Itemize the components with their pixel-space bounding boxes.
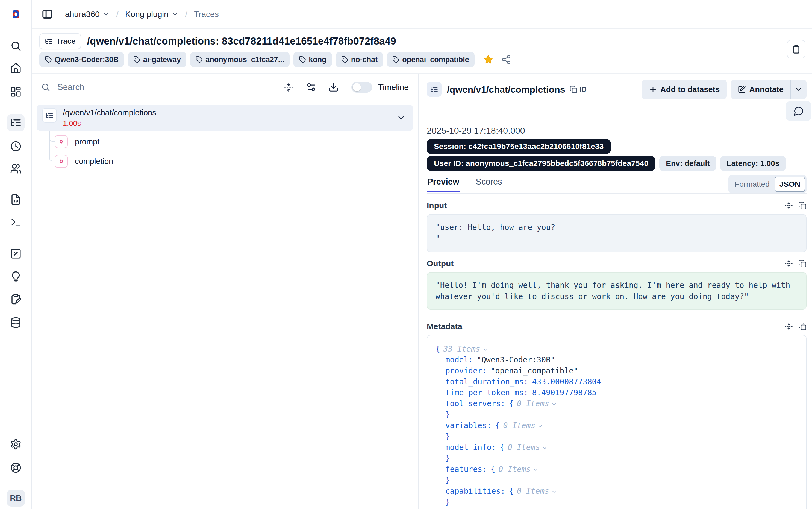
- sidebar-item-annotations[interactable]: [10, 293, 22, 305]
- copy-section-button[interactable]: [798, 201, 807, 210]
- tag-icon: [45, 56, 52, 63]
- format-option-formatted[interactable]: Formatted: [730, 180, 775, 189]
- sidebar-item-settings[interactable]: [10, 438, 22, 450]
- delete-trace-button[interactable]: [787, 40, 806, 59]
- download-button[interactable]: [328, 82, 339, 92]
- json-key: model_info:: [445, 443, 496, 452]
- sidebar-item-playground[interactable]: [10, 217, 22, 228]
- trash-icon: [791, 44, 801, 54]
- chevron-down-icon[interactable]: [397, 113, 405, 122]
- annotate-dropdown-button[interactable]: [790, 79, 807, 99]
- sidebar-item-traces[interactable]: [7, 114, 25, 132]
- breadcrumb-section[interactable]: Kong plugin: [125, 9, 178, 19]
- tree-row-completion[interactable]: completion: [37, 153, 413, 170]
- lightbulb-icon: [10, 271, 22, 282]
- json-close-brace: }: [445, 454, 450, 463]
- metadata-json-viewer: {33 Items model:"Qwen3-Coder:30B" provid…: [427, 335, 807, 509]
- panel-toggle-icon[interactable]: [41, 8, 53, 20]
- copy-icon: [798, 201, 807, 210]
- json-collapse-toggle[interactable]: [482, 347, 488, 352]
- sidebar-item-evaluations[interactable]: [10, 248, 22, 260]
- input-section-header: Input: [427, 201, 807, 210]
- sidebar-item-dashboards[interactable]: [10, 86, 22, 98]
- generation-icon: [54, 155, 68, 168]
- format-option-json[interactable]: JSON: [775, 177, 805, 192]
- tree-settings-button[interactable]: [306, 82, 317, 92]
- sliders-icon: [306, 82, 317, 92]
- list-tree-icon: [42, 108, 57, 123]
- bookmark-star-button[interactable]: [483, 54, 494, 65]
- json-items-count: 0 Items: [508, 443, 540, 452]
- download-icon: [328, 82, 339, 92]
- user-id-badge[interactable]: User ID: anonymous_c1fca2795bbedc5f36678…: [427, 156, 656, 171]
- tag-chip[interactable]: ai-gateway: [128, 52, 186, 67]
- annotate-button[interactable]: Annotate: [731, 79, 790, 99]
- tab-preview[interactable]: Preview: [427, 175, 460, 192]
- share-icon: [501, 55, 511, 65]
- sidebar-item-insights[interactable]: [10, 271, 22, 282]
- json-collapse-toggle[interactable]: [551, 402, 557, 407]
- breadcrumb-separator: /: [116, 9, 119, 20]
- tag-icon: [133, 56, 140, 63]
- sidebar-item-sessions[interactable]: [10, 140, 22, 152]
- json-collapse-toggle[interactable]: [542, 445, 548, 451]
- sidebar-item-home[interactable]: [10, 63, 22, 74]
- collapse-section-button[interactable]: [785, 322, 793, 331]
- tag-chip[interactable]: no-chat: [336, 52, 383, 67]
- json-entry: provider:"openai_compatible": [436, 366, 798, 376]
- json-close-brace: }: [445, 410, 450, 419]
- comments-button[interactable]: [786, 101, 811, 121]
- copy-section-button[interactable]: [798, 322, 807, 331]
- list-tree-icon: [45, 37, 53, 45]
- edit-square-icon: [738, 85, 746, 94]
- json-close-line: }: [436, 475, 798, 486]
- sidebar-item-datasets[interactable]: [10, 317, 22, 328]
- collapse-all-button[interactable]: [284, 82, 294, 92]
- collapse-section-button[interactable]: [785, 260, 793, 268]
- tag-chip[interactable]: openai_compatible: [387, 52, 475, 67]
- copy-icon: [798, 322, 807, 331]
- trace-badge-label: Trace: [56, 37, 76, 46]
- json-open-brace: {: [509, 486, 514, 496]
- copy-section-button[interactable]: [798, 260, 807, 268]
- format-toggle: Formatted JSON: [728, 175, 807, 193]
- sidebar-item-search[interactable]: [10, 40, 22, 52]
- breadcrumb-page[interactable]: Traces: [194, 9, 219, 19]
- input-section-actions: [785, 201, 807, 210]
- add-to-datasets-button[interactable]: Add to datasets: [642, 79, 727, 99]
- share-button[interactable]: [501, 55, 511, 65]
- json-key: features:: [445, 465, 487, 474]
- tab-scores[interactable]: Scores: [475, 175, 503, 192]
- sidebar-item-prompts[interactable]: [10, 194, 22, 205]
- collapse-section-button[interactable]: [785, 201, 793, 210]
- tag-chip[interactable]: anonymous_c1fca27...: [190, 52, 290, 67]
- json-entry: features:{0 Items: [436, 464, 798, 475]
- json-value: "Qwen3-Coder:30B": [477, 355, 555, 364]
- sidebar-item-users[interactable]: [10, 163, 22, 174]
- json-collapse-toggle[interactable]: [533, 467, 539, 473]
- json-items-count: 33 Items: [443, 344, 480, 353]
- tag-icon: [299, 56, 306, 63]
- life-buoy-icon: [10, 462, 22, 473]
- json-collapse-toggle[interactable]: [538, 423, 543, 429]
- session-badge[interactable]: Session: c42fca19b75e13aac2b2106610f81e3…: [427, 139, 611, 154]
- tree-row-root[interactable]: /qwen/v1/chat/completions 1.00s: [37, 105, 413, 131]
- tag-icon: [392, 56, 400, 63]
- tree-row-prompt[interactable]: prompt: [37, 133, 413, 150]
- copy-icon: [798, 260, 807, 268]
- add-to-datasets-label: Add to datasets: [660, 85, 720, 94]
- database-icon: [10, 317, 22, 328]
- timeline-toggle[interactable]: [352, 82, 372, 93]
- json-collapse-toggle[interactable]: [551, 489, 557, 495]
- sidebar-item-support[interactable]: [10, 462, 22, 473]
- json-close-brace: }: [445, 476, 450, 485]
- user-avatar[interactable]: RB: [6, 489, 25, 507]
- breadcrumb-project[interactable]: ahura360: [65, 9, 110, 19]
- copy-id-button[interactable]: [570, 86, 577, 93]
- search-input[interactable]: [57, 82, 271, 92]
- tag-chip[interactable]: kong: [293, 52, 332, 67]
- gear-icon: [10, 438, 22, 450]
- tag-chip[interactable]: Qwen3-Coder:30B: [39, 52, 124, 67]
- latency-badge: Latency: 1.00s: [720, 156, 786, 171]
- output-content: "Hello! I'm doing well, thank you for as…: [427, 272, 807, 310]
